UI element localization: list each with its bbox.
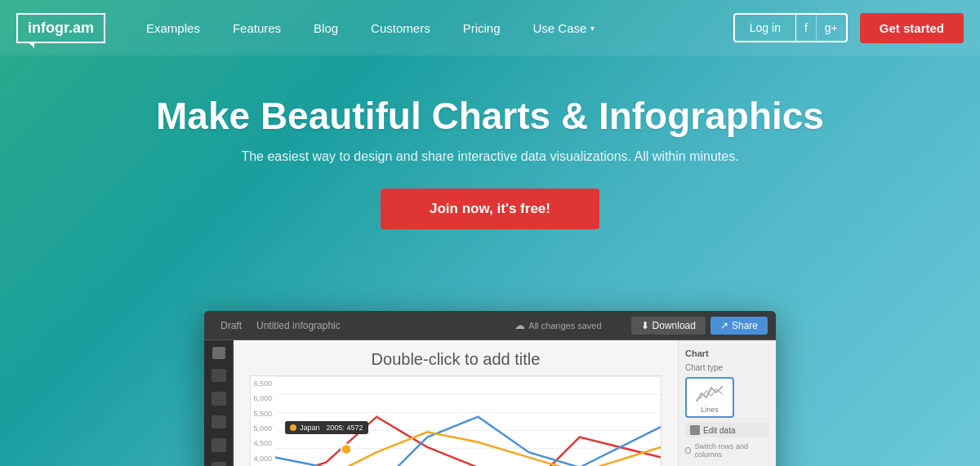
switch-circle-icon <box>685 447 691 454</box>
tooltip-country: Japan <box>300 424 320 432</box>
app-actions: ⬇ Download ↗ Share <box>631 317 768 335</box>
download-button[interactable]: ⬇ Download <box>631 317 706 335</box>
nav-blog[interactable]: Blog <box>297 21 354 35</box>
app-body: Double-click to add title 6,500 6,000 5,… <box>204 340 776 466</box>
nav-pricing[interactable]: Pricing <box>447 21 517 35</box>
edit-data-label: Edit data <box>703 426 735 435</box>
nav-examples[interactable]: Examples <box>130 21 216 35</box>
login-button[interactable]: Log in <box>735 15 796 41</box>
y-label-5: 4,500 <box>251 439 275 447</box>
sidebar-icon-5[interactable] <box>212 438 226 452</box>
sidebar-icon-3[interactable] <box>212 392 226 406</box>
tooltip-value: 2005: 4572 <box>327 424 363 432</box>
logo[interactable]: infogr.am <box>16 13 105 43</box>
chart-type-text: Lines <box>701 406 719 414</box>
header: infogr.am Examples Features Blog Custome… <box>0 0 980 55</box>
y-label-2: 6,000 <box>251 394 275 402</box>
cloud-icon: ☁ <box>514 319 525 331</box>
switch-row[interactable]: Switch rows and columns <box>685 442 769 459</box>
lines-chart-icon <box>695 381 724 406</box>
tooltip-dot <box>290 424 296 431</box>
chart-type-box[interactable]: Lines <box>685 377 734 418</box>
y-label-3: 5,500 <box>251 410 275 418</box>
y-label-1: 6,500 <box>251 379 275 388</box>
nav-use-case[interactable]: Use Case ▾ <box>517 21 612 35</box>
panel-chart-type-label: Chart type <box>685 363 769 372</box>
chevron-down-icon: ▾ <box>590 24 595 33</box>
app-topbar: Draft Untitled infographic ☁ All changes… <box>204 311 776 340</box>
sidebar-icon-1[interactable] <box>212 347 225 359</box>
y-axis-labels: 6,500 6,000 5,500 5,000 4,500 4,000 3,50… <box>251 376 275 466</box>
google-login-button[interactable]: g+ <box>817 15 846 41</box>
app-save-status: ☁ All changes saved <box>514 319 601 331</box>
chart-area: 6,500 6,000 5,500 5,000 4,500 4,000 3,50… <box>250 375 662 466</box>
cta-button[interactable]: Join now, it's free! <box>381 189 599 229</box>
chart-tooltip: Japan 2005: 4572 <box>285 421 368 434</box>
edit-data-icon <box>690 425 700 435</box>
facebook-login-button[interactable]: f <box>796 15 817 41</box>
switch-label: Switch rows and columns <box>694 442 769 459</box>
login-group: Log in f g+ <box>733 13 848 42</box>
svg-point-0 <box>341 444 351 454</box>
main-nav: Examples Features Blog Customers Pricing… <box>130 21 733 35</box>
app-preview: Draft Untitled infographic ☁ All changes… <box>204 311 776 466</box>
get-started-button[interactable]: Get started <box>860 13 964 43</box>
app-infographic-title: Untitled infographic <box>256 320 508 331</box>
app-panel-right: Chart Chart type Lines Edit data Switch … <box>678 340 776 466</box>
share-icon: ↗ <box>720 320 728 331</box>
share-button[interactable]: ↗ Share <box>710 317 768 335</box>
sidebar-icon-6[interactable] <box>212 462 226 466</box>
hero-title: Make Beautiful Charts & Infographics <box>156 94 824 138</box>
nav-features[interactable]: Features <box>216 21 297 35</box>
sidebar-icon-4[interactable] <box>212 415 226 429</box>
nav-customers[interactable]: Customers <box>354 21 447 35</box>
app-tab-draft[interactable]: Draft <box>212 317 250 335</box>
download-icon: ⬇ <box>641 320 649 331</box>
app-sidebar-left <box>204 340 234 466</box>
nav-right: Log in f g+ Get started <box>733 13 964 43</box>
app-canvas: Double-click to add title 6,500 6,000 5,… <box>234 340 678 466</box>
y-label-4: 5,000 <box>251 424 275 433</box>
canvas-title[interactable]: Double-click to add title <box>234 340 678 375</box>
panel-chart-title: Chart <box>685 348 769 358</box>
y-label-6: 4,000 <box>251 455 275 463</box>
hero-subtitle: The easiest way to design and share inte… <box>241 149 738 164</box>
sidebar-icon-2[interactable] <box>212 369 226 383</box>
edit-data-row[interactable]: Edit data <box>685 423 769 437</box>
